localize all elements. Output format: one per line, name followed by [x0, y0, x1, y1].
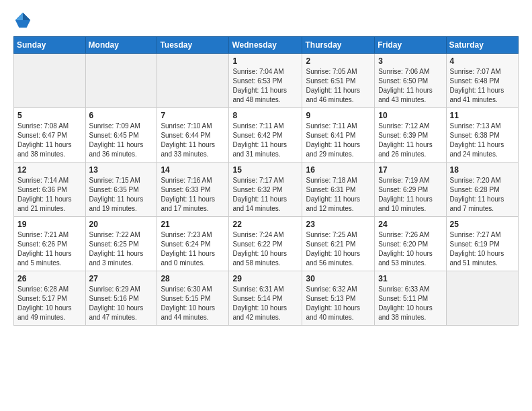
day-info: Sunrise: 7:26 AM Sunset: 6:20 PM Dayligh… [378, 230, 442, 268]
svg-marker-1 [23, 13, 30, 20]
day-number: 5 [17, 111, 82, 120]
calendar-weekday-friday: Friday [375, 37, 446, 54]
calendar-cell: 9Sunrise: 7:11 AM Sunset: 6:41 PM Daylig… [302, 108, 375, 163]
day-info: Sunrise: 7:06 AM Sunset: 6:50 PM Dayligh… [378, 67, 442, 105]
day-number: 18 [450, 165, 515, 175]
day-info: Sunrise: 7:27 AM Sunset: 6:19 PM Dayligh… [450, 230, 515, 268]
calendar-weekday-saturday: Saturday [446, 37, 518, 54]
calendar-cell: 8Sunrise: 7:11 AM Sunset: 6:42 PM Daylig… [229, 108, 302, 163]
day-number: 1 [232, 56, 298, 66]
day-info: Sunrise: 7:12 AM Sunset: 6:39 PM Dayligh… [378, 122, 442, 159]
calendar-cell: 22Sunrise: 7:24 AM Sunset: 6:22 PM Dayli… [229, 217, 302, 271]
calendar-table: SundayMondayTuesdayWednesdayThursdayFrid… [13, 36, 519, 326]
day-info: Sunrise: 7:14 AM Sunset: 6:36 PM Dayligh… [17, 176, 82, 214]
day-info: Sunrise: 7:16 AM Sunset: 6:33 PM Dayligh… [161, 176, 225, 214]
calendar-cell [85, 54, 157, 108]
logo-icon [13, 11, 32, 30]
day-info: Sunrise: 7:07 AM Sunset: 6:48 PM Dayligh… [450, 67, 515, 105]
day-info: Sunrise: 7:24 AM Sunset: 6:22 PM Dayligh… [232, 230, 298, 268]
calendar-cell: 10Sunrise: 7:12 AM Sunset: 6:39 PM Dayli… [375, 108, 446, 163]
day-info: Sunrise: 7:09 AM Sunset: 6:45 PM Dayligh… [89, 122, 154, 159]
day-number: 15 [232, 165, 298, 175]
calendar-header-row: SundayMondayTuesdayWednesdayThursdayFrid… [14, 37, 519, 54]
day-info: Sunrise: 6:30 AM Sunset: 5:15 PM Dayligh… [161, 285, 225, 322]
calendar-cell: 29Sunrise: 6:31 AM Sunset: 5:14 PM Dayli… [229, 271, 302, 326]
calendar-cell: 13Sunrise: 7:15 AM Sunset: 6:35 PM Dayli… [85, 163, 157, 217]
calendar-cell: 12Sunrise: 7:14 AM Sunset: 6:36 PM Dayli… [14, 163, 86, 217]
day-info: Sunrise: 7:19 AM Sunset: 6:29 PM Dayligh… [378, 176, 442, 214]
day-number: 16 [306, 165, 371, 175]
calendar-cell: 21Sunrise: 7:23 AM Sunset: 6:24 PM Dayli… [157, 217, 229, 271]
day-number: 28 [161, 274, 225, 283]
day-number: 26 [17, 274, 82, 283]
day-number: 2 [306, 56, 371, 66]
day-info: Sunrise: 7:04 AM Sunset: 6:53 PM Dayligh… [232, 67, 298, 105]
calendar-cell: 2Sunrise: 7:05 AM Sunset: 6:51 PM Daylig… [302, 54, 375, 108]
day-info: Sunrise: 7:05 AM Sunset: 6:51 PM Dayligh… [306, 67, 371, 105]
calendar-week-5: 26Sunrise: 6:28 AM Sunset: 5:17 PM Dayli… [14, 271, 519, 326]
day-number: 17 [378, 165, 442, 175]
calendar-cell [157, 54, 229, 108]
day-info: Sunrise: 6:33 AM Sunset: 5:11 PM Dayligh… [378, 285, 442, 322]
calendar-weekday-tuesday: Tuesday [157, 37, 229, 54]
calendar-cell: 1Sunrise: 7:04 AM Sunset: 6:53 PM Daylig… [229, 54, 302, 108]
calendar-cell: 5Sunrise: 7:08 AM Sunset: 6:47 PM Daylig… [14, 108, 86, 163]
day-number: 22 [232, 220, 298, 229]
day-info: Sunrise: 7:13 AM Sunset: 6:38 PM Dayligh… [450, 122, 515, 159]
calendar-cell [14, 54, 86, 108]
calendar-cell: 6Sunrise: 7:09 AM Sunset: 6:45 PM Daylig… [85, 108, 157, 163]
calendar-cell: 4Sunrise: 7:07 AM Sunset: 6:48 PM Daylig… [446, 54, 518, 108]
day-number: 31 [378, 274, 442, 283]
calendar-cell: 19Sunrise: 7:21 AM Sunset: 6:26 PM Dayli… [14, 217, 86, 271]
day-info: Sunrise: 7:21 AM Sunset: 6:26 PM Dayligh… [17, 230, 82, 268]
day-info: Sunrise: 6:31 AM Sunset: 5:14 PM Dayligh… [232, 285, 298, 322]
day-info: Sunrise: 7:08 AM Sunset: 6:47 PM Dayligh… [17, 122, 82, 159]
calendar-cell: 27Sunrise: 6:29 AM Sunset: 5:16 PM Dayli… [85, 271, 157, 326]
day-number: 14 [161, 165, 225, 175]
calendar-week-3: 12Sunrise: 7:14 AM Sunset: 6:36 PM Dayli… [14, 163, 519, 217]
day-number: 19 [17, 220, 82, 229]
calendar-cell: 24Sunrise: 7:26 AM Sunset: 6:20 PM Dayli… [375, 217, 446, 271]
calendar-cell: 3Sunrise: 7:06 AM Sunset: 6:50 PM Daylig… [375, 54, 446, 108]
calendar-week-4: 19Sunrise: 7:21 AM Sunset: 6:26 PM Dayli… [14, 217, 519, 271]
calendar-weekday-thursday: Thursday [302, 37, 375, 54]
day-info: Sunrise: 7:23 AM Sunset: 6:24 PM Dayligh… [161, 230, 225, 268]
calendar-weekday-monday: Monday [85, 37, 157, 54]
day-number: 7 [161, 111, 225, 120]
day-number: 4 [450, 56, 515, 66]
day-number: 3 [378, 56, 442, 66]
calendar-cell: 16Sunrise: 7:18 AM Sunset: 6:31 PM Dayli… [302, 163, 375, 217]
calendar-cell: 7Sunrise: 7:10 AM Sunset: 6:44 PM Daylig… [157, 108, 229, 163]
calendar-cell: 23Sunrise: 7:25 AM Sunset: 6:21 PM Dayli… [302, 217, 375, 271]
logo [13, 11, 35, 30]
day-number: 23 [306, 220, 371, 229]
day-number: 27 [89, 274, 154, 283]
day-number: 12 [17, 165, 82, 175]
day-number: 6 [89, 111, 154, 120]
day-info: Sunrise: 7:17 AM Sunset: 6:32 PM Dayligh… [232, 176, 298, 214]
day-number: 20 [89, 220, 154, 229]
calendar-cell: 30Sunrise: 6:32 AM Sunset: 5:13 PM Dayli… [302, 271, 375, 326]
day-info: Sunrise: 7:25 AM Sunset: 6:21 PM Dayligh… [306, 230, 371, 268]
day-info: Sunrise: 7:11 AM Sunset: 6:42 PM Dayligh… [232, 122, 298, 159]
day-number: 30 [306, 274, 371, 283]
calendar-week-2: 5Sunrise: 7:08 AM Sunset: 6:47 PM Daylig… [14, 108, 519, 163]
day-info: Sunrise: 7:22 AM Sunset: 6:25 PM Dayligh… [89, 230, 154, 268]
day-number: 9 [306, 111, 371, 120]
day-info: Sunrise: 6:28 AM Sunset: 5:17 PM Dayligh… [17, 285, 82, 322]
calendar-cell: 17Sunrise: 7:19 AM Sunset: 6:29 PM Dayli… [375, 163, 446, 217]
day-info: Sunrise: 7:10 AM Sunset: 6:44 PM Dayligh… [161, 122, 225, 159]
calendar-week-1: 1Sunrise: 7:04 AM Sunset: 6:53 PM Daylig… [14, 54, 519, 108]
calendar-cell: 14Sunrise: 7:16 AM Sunset: 6:33 PM Dayli… [157, 163, 229, 217]
calendar-cell: 11Sunrise: 7:13 AM Sunset: 6:38 PM Dayli… [446, 108, 518, 163]
day-number: 13 [89, 165, 154, 175]
calendar-cell: 26Sunrise: 6:28 AM Sunset: 5:17 PM Dayli… [14, 271, 86, 326]
page-header [13, 11, 519, 30]
calendar-cell: 15Sunrise: 7:17 AM Sunset: 6:32 PM Dayli… [229, 163, 302, 217]
calendar-cell: 28Sunrise: 6:30 AM Sunset: 5:15 PM Dayli… [157, 271, 229, 326]
day-number: 24 [378, 220, 442, 229]
day-number: 11 [450, 111, 515, 120]
calendar-cell: 25Sunrise: 7:27 AM Sunset: 6:19 PM Dayli… [446, 217, 518, 271]
day-number: 29 [232, 274, 298, 283]
day-info: Sunrise: 7:11 AM Sunset: 6:41 PM Dayligh… [306, 122, 371, 159]
